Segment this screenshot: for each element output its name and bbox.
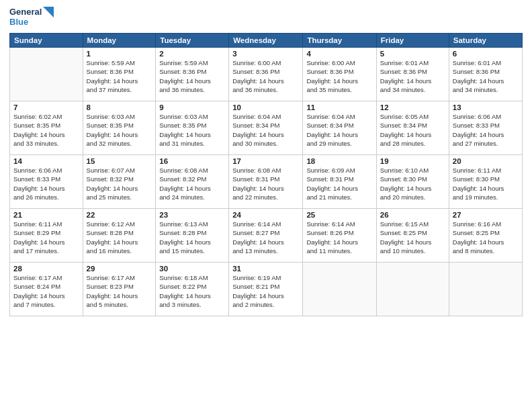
day-cell: 23Sunrise: 6:13 AM Sunset: 8:28 PM Dayli… [156,208,229,262]
day-cell: 20Sunrise: 6:11 AM Sunset: 8:30 PM Dayli… [449,154,522,208]
day-info: Sunrise: 6:06 AM Sunset: 8:33 PM Dayligh… [13,166,79,201]
day-number: 27 [453,211,519,219]
day-number: 29 [87,265,152,273]
day-number: 1 [87,50,152,58]
day-info: Sunrise: 6:03 AM Sunset: 8:35 PM Dayligh… [159,112,225,148]
col-header-saturday: Saturday [449,33,522,47]
day-cell: 13Sunrise: 6:06 AM Sunset: 8:33 PM Dayli… [449,101,522,154]
day-number: 28 [13,265,79,273]
day-cell: 29Sunrise: 6:17 AM Sunset: 8:23 PM Dayli… [83,262,156,316]
day-cell: 28Sunrise: 6:17 AM Sunset: 8:24 PM Dayli… [10,262,83,316]
day-number: 19 [380,157,445,165]
day-info: Sunrise: 6:00 AM Sunset: 8:36 PM Dayligh… [306,58,372,94]
page: General Blue SundayMondayTuesdayWednesda… [0,0,532,411]
day-info: Sunrise: 6:04 AM Sunset: 8:34 PM Dayligh… [232,112,299,148]
day-info: Sunrise: 6:08 AM Sunset: 8:32 PM Dayligh… [159,166,225,201]
logo-general: General [9,7,42,17]
day-info: Sunrise: 6:17 AM Sunset: 8:24 PM Dayligh… [13,273,79,309]
day-number: 6 [453,50,519,58]
week-row-4: 21Sunrise: 6:11 AM Sunset: 8:29 PM Dayli… [10,208,523,262]
day-cell: 19Sunrise: 6:10 AM Sunset: 8:30 PM Dayli… [376,154,449,208]
day-info: Sunrise: 5:59 AM Sunset: 8:36 PM Dayligh… [159,58,225,94]
day-number: 5 [380,50,445,58]
day-cell: 6Sunrise: 6:01 AM Sunset: 8:36 PM Daylig… [449,47,522,101]
col-header-wednesday: Wednesday [229,33,303,47]
day-info: Sunrise: 6:11 AM Sunset: 8:30 PM Dayligh… [453,166,519,201]
logo-text: General Blue [9,7,54,28]
day-number: 8 [87,103,152,111]
day-info: Sunrise: 6:18 AM Sunset: 8:22 PM Dayligh… [159,273,225,309]
day-number: 21 [13,211,79,219]
day-cell: 25Sunrise: 6:14 AM Sunset: 8:26 PM Dayli… [303,208,376,262]
day-number: 25 [306,211,372,219]
day-cell [376,262,449,316]
day-info: Sunrise: 6:06 AM Sunset: 8:33 PM Dayligh… [453,112,519,148]
day-cell: 10Sunrise: 6:04 AM Sunset: 8:34 PM Dayli… [229,101,303,154]
day-info: Sunrise: 6:01 AM Sunset: 8:36 PM Dayligh… [380,58,445,94]
day-cell [10,47,83,101]
day-cell: 7Sunrise: 6:02 AM Sunset: 8:35 PM Daylig… [10,101,83,154]
calendar-header-row: SundayMondayTuesdayWednesdayThursdayFrid… [10,33,523,47]
day-info: Sunrise: 6:03 AM Sunset: 8:35 PM Dayligh… [87,112,152,148]
day-cell: 26Sunrise: 6:15 AM Sunset: 8:25 PM Dayli… [376,208,449,262]
day-info: Sunrise: 6:05 AM Sunset: 8:34 PM Dayligh… [380,112,445,148]
day-number: 7 [13,103,79,111]
day-number: 16 [159,157,225,165]
day-cell: 31Sunrise: 6:19 AM Sunset: 8:21 PM Dayli… [229,262,303,316]
day-info: Sunrise: 6:13 AM Sunset: 8:28 PM Dayligh… [159,220,225,255]
day-cell: 2Sunrise: 5:59 AM Sunset: 8:36 PM Daylig… [156,47,229,101]
col-header-monday: Monday [83,33,156,47]
day-cell: 8Sunrise: 6:03 AM Sunset: 8:35 PM Daylig… [83,101,156,154]
day-number: 2 [159,50,225,58]
day-info: Sunrise: 6:00 AM Sunset: 8:36 PM Dayligh… [232,58,299,94]
col-header-tuesday: Tuesday [156,33,229,47]
day-number: 31 [232,265,299,273]
day-cell: 22Sunrise: 6:12 AM Sunset: 8:28 PM Dayli… [83,208,156,262]
day-cell [303,262,376,316]
day-number: 26 [380,211,445,219]
day-info: Sunrise: 6:07 AM Sunset: 8:32 PM Dayligh… [87,166,152,201]
day-info: Sunrise: 6:04 AM Sunset: 8:34 PM Dayligh… [306,112,372,148]
day-cell: 3Sunrise: 6:00 AM Sunset: 8:36 PM Daylig… [229,47,303,101]
week-row-1: 1Sunrise: 5:59 AM Sunset: 8:36 PM Daylig… [10,47,523,101]
day-number: 14 [13,157,79,165]
day-info: Sunrise: 6:19 AM Sunset: 8:21 PM Dayligh… [232,273,299,309]
week-row-2: 7Sunrise: 6:02 AM Sunset: 8:35 PM Daylig… [10,101,523,154]
day-number: 24 [232,211,299,219]
day-cell: 30Sunrise: 6:18 AM Sunset: 8:22 PM Dayli… [156,262,229,316]
day-cell: 21Sunrise: 6:11 AM Sunset: 8:29 PM Dayli… [10,208,83,262]
day-number: 30 [159,265,225,273]
day-cell: 15Sunrise: 6:07 AM Sunset: 8:32 PM Dayli… [83,154,156,208]
day-info: Sunrise: 6:01 AM Sunset: 8:36 PM Dayligh… [453,58,519,94]
day-cell: 27Sunrise: 6:16 AM Sunset: 8:25 PM Dayli… [449,208,522,262]
logo-triangle-icon [43,7,54,17]
week-row-5: 28Sunrise: 6:17 AM Sunset: 8:24 PM Dayli… [10,262,523,316]
svg-marker-0 [43,7,54,17]
day-cell: 5Sunrise: 6:01 AM Sunset: 8:36 PM Daylig… [376,47,449,101]
day-cell: 14Sunrise: 6:06 AM Sunset: 8:33 PM Dayli… [10,154,83,208]
col-header-friday: Friday [376,33,449,47]
day-cell: 17Sunrise: 6:08 AM Sunset: 8:31 PM Dayli… [229,154,303,208]
day-info: Sunrise: 6:10 AM Sunset: 8:30 PM Dayligh… [380,166,445,201]
day-number: 15 [87,157,152,165]
day-cell: 24Sunrise: 6:14 AM Sunset: 8:27 PM Dayli… [229,208,303,262]
day-info: Sunrise: 5:59 AM Sunset: 8:36 PM Dayligh… [87,58,152,94]
day-info: Sunrise: 6:16 AM Sunset: 8:25 PM Dayligh… [453,220,519,255]
day-info: Sunrise: 6:09 AM Sunset: 8:31 PM Dayligh… [306,166,372,201]
day-info: Sunrise: 6:11 AM Sunset: 8:29 PM Dayligh… [13,220,79,255]
day-info: Sunrise: 6:17 AM Sunset: 8:23 PM Dayligh… [87,273,152,309]
header: General Blue [9,7,523,28]
day-number: 13 [453,103,519,111]
day-info: Sunrise: 6:15 AM Sunset: 8:25 PM Dayligh… [380,220,445,255]
day-number: 10 [232,103,299,111]
day-number: 22 [87,211,152,219]
day-number: 9 [159,103,225,111]
day-number: 12 [380,103,445,111]
day-number: 20 [453,157,519,165]
logo-blue: Blue [9,17,54,28]
day-cell: 1Sunrise: 5:59 AM Sunset: 8:36 PM Daylig… [83,47,156,101]
day-cell: 16Sunrise: 6:08 AM Sunset: 8:32 PM Dayli… [156,154,229,208]
day-number: 17 [232,157,299,165]
day-info: Sunrise: 6:14 AM Sunset: 8:27 PM Dayligh… [232,220,299,255]
day-cell [449,262,522,316]
